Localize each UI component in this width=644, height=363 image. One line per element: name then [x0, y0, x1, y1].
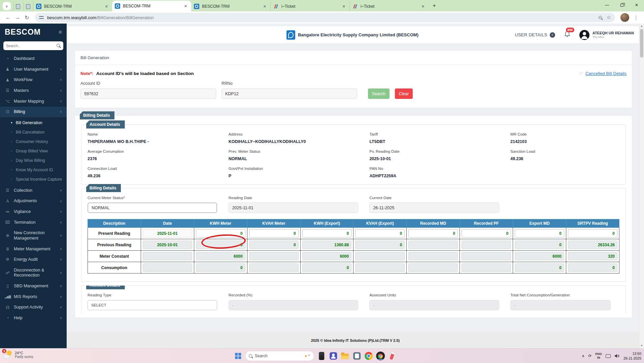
language-indicator[interactable]: ENG IN — [596, 352, 602, 360]
address-bar[interactable]: bescom.trm.ieasybill.com/BillGeneration/… — [35, 13, 615, 22]
sidebar-subitem-bill-generation[interactable]: ●Bill Generation — [0, 118, 67, 128]
sidebar-item-master-mapping[interactable]: ⌥Master Mapping∨ — [0, 96, 67, 107]
display-icon[interactable] — [606, 354, 611, 358]
tab-close-icon[interactable]: ✕ — [104, 4, 109, 9]
sidebar-item-energy-audit[interactable]: ⚙Energy Audit∨ — [0, 254, 67, 265]
site-settings-icon[interactable] — [39, 15, 44, 20]
sidebar-search-input[interactable] — [3, 41, 63, 50]
tab-search-button[interactable]: ∨ — [3, 2, 11, 10]
chrome-active-icon[interactable] — [376, 352, 385, 360]
clear-button[interactable]: Clear — [395, 88, 413, 99]
browser-menu-icon[interactable]: ⋮ — [631, 14, 641, 21]
reading-input[interactable]: 0 — [408, 229, 458, 238]
start-button[interactable] — [235, 353, 241, 359]
weather-widget[interactable]: 3 24°C Partly sunny — [3, 350, 33, 359]
sidebar-subitem-bill-cancellation[interactable]: ○Bill Cancellation — [0, 128, 67, 137]
page-scrollbar[interactable]: ▲ ▼ — [639, 24, 644, 348]
close-button[interactable]: ✕ — [629, 0, 644, 10]
sidebar-item-user-management[interactable]: ♟User Management∨ — [0, 64, 67, 75]
browser-tab[interactable]: BESCOM-TRM✕ — [191, 1, 270, 11]
sidebar-subitem-consumer-history[interactable]: ○Consumer History — [0, 137, 67, 146]
rows-icon: ≣ — [5, 247, 10, 252]
reload-icon[interactable]: ↻ — [22, 13, 32, 22]
sidebar-item-disconnection-reconnection[interactable]: ☍Disconnection & Reconnection∨ — [0, 265, 67, 281]
sidebar-item-adjustments[interactable]: AAdjustments∨ — [0, 196, 67, 207]
sidebar-item-collection[interactable]: ☰Collection∨ — [0, 185, 67, 196]
reading-input[interactable]: 0 — [568, 229, 617, 238]
sidebar-subitem-day-wise-billing[interactable]: ○Day Wise Billing — [0, 156, 67, 165]
sidebar-item-support-activity[interactable]: ☊Support Activity∨ — [0, 302, 67, 313]
browser-tab[interactable]: BESCOM-TRM✕ — [112, 1, 191, 11]
reading-input[interactable]: 0 — [302, 229, 352, 238]
tab-close-icon[interactable]: ✕ — [341, 4, 347, 9]
phone-link-icon[interactable] — [317, 352, 326, 360]
reading-type-select[interactable]: SELECT — [88, 300, 217, 310]
hamburger-icon[interactable]: ≡ — [59, 29, 62, 36]
taskbar-clock[interactable]: 13:50 26-11-2025 — [623, 351, 641, 361]
pinned-tab-2[interactable] — [24, 2, 32, 11]
reading-input[interactable]: 0 — [249, 229, 299, 238]
cancelled-bill-details-text[interactable]: Cancelled Bill Details — [585, 71, 626, 76]
minimize-button[interactable]: — — [600, 0, 614, 10]
search-icon[interactable] — [57, 44, 60, 47]
user-details-menu[interactable]: USER DETAILS ∨ — [515, 32, 555, 38]
sidebar-item-termination[interactable]: ⌧Termination∨ — [0, 217, 67, 228]
teams-icon[interactable] — [329, 352, 338, 360]
notification-bell[interactable]: 899 — [564, 31, 571, 39]
tab-close-icon[interactable]: ✕ — [183, 3, 189, 9]
sidebar-item-sbd-management[interactable]: ▯SBD Management∨ — [0, 281, 67, 292]
restore-button[interactable] — [614, 0, 629, 10]
sidebar-item-mis-reports[interactable]: ▂▅▇MIS Reports∨ — [0, 292, 67, 302]
meter-table-cell: 0 — [353, 239, 407, 251]
field-label: Govt/Pvt Installation — [229, 167, 370, 171]
scroll-down-arrow[interactable]: ▼ — [639, 344, 644, 347]
sidebar-subitem-know-my-account-id[interactable]: ○Know My Account ID — [0, 165, 67, 175]
browser-tab[interactable]: BESCOM-TRM✕ — [33, 1, 112, 11]
sidebar-item-masters[interactable]: ☰Masters∨ — [0, 85, 67, 96]
calculator-icon[interactable] — [352, 352, 361, 360]
sidebar-subitem-group-billed-view[interactable]: ○Group Billed View — [0, 146, 67, 156]
browser-tab[interactable]: i~Ticket✕ — [349, 1, 429, 11]
sidebar-item-billing[interactable]: ⊡Billing∧ — [0, 107, 67, 117]
browser-profile-avatar[interactable] — [620, 13, 629, 22]
back-icon[interactable]: ← — [3, 13, 13, 22]
scroll-up-arrow[interactable]: ▲ — [639, 24, 644, 28]
rrno-input[interactable] — [222, 88, 357, 99]
meter-table-header-row: DescriptionDateKWH MeterKVAH MeterKWH (E… — [88, 219, 619, 228]
browser-tab[interactable]: i~Ticket✕ — [270, 1, 349, 11]
sidebar-item-new-connection-management[interactable]: ⊕New Connection Management∨ — [0, 228, 67, 244]
tray-chevron-icon[interactable]: ∧ — [582, 354, 585, 358]
sidebar-item-dashboard[interactable]: ◔Dashboard — [0, 53, 67, 64]
user-avatar[interactable] — [579, 30, 589, 40]
pinned-tab-1[interactable] — [13, 2, 22, 11]
taskbar-search[interactable]: Search ✦✦ — [245, 351, 314, 361]
file-explorer-icon[interactable] — [341, 352, 349, 360]
tab-close-icon[interactable]: ✕ — [420, 4, 426, 9]
reading-input[interactable]: 0 — [355, 229, 405, 238]
meter-table-row: Meter Constant600060006000320 — [88, 251, 619, 262]
new-tab-button[interactable]: + — [430, 1, 439, 10]
reading-input[interactable]: 0 — [462, 229, 511, 238]
account-id-input[interactable] — [80, 88, 216, 99]
chrome-icon[interactable] — [364, 352, 373, 360]
sidebar-subitem-special-incentive-capture[interactable]: ○Special Incentive Capture — [0, 175, 67, 184]
sidebar-item-help[interactable]: ◔Help∨ — [0, 313, 67, 324]
sidebar-item-meter-management[interactable]: ≣Meter Management∨ — [0, 244, 67, 255]
reading-input[interactable]: 0 — [515, 229, 564, 238]
bookmark-star-icon[interactable]: ☆ — [607, 14, 611, 21]
epic-pen-icon[interactable] — [388, 352, 397, 360]
user-info[interactable]: ATEEQH UR REHAMAN TALAKU — [592, 31, 634, 39]
field-value: ADHPT2259A — [369, 174, 510, 178]
forward-icon[interactable]: → — [13, 13, 22, 22]
cancelled-bill-details-link[interactable]: ☞ Cancelled Bill Details — [579, 70, 626, 76]
tab-close-icon[interactable]: ✕ — [262, 4, 268, 9]
meter-table-cell — [353, 251, 407, 262]
sidebar-item-workflow[interactable]: ♟WorkFlow∨ — [0, 75, 67, 85]
zoom-out-icon[interactable] — [599, 16, 602, 19]
volume-icon[interactable] — [614, 354, 620, 358]
search-button[interactable]: Search — [368, 88, 389, 99]
sidebar-item-vigilance[interactable]: VKVigilance∨ — [0, 207, 67, 217]
scrollbar-thumb[interactable] — [640, 29, 643, 58]
sync-icon[interactable]: ⟳ — [588, 354, 591, 358]
current-meter-status-select[interactable]: NORMAL — [88, 203, 217, 213]
